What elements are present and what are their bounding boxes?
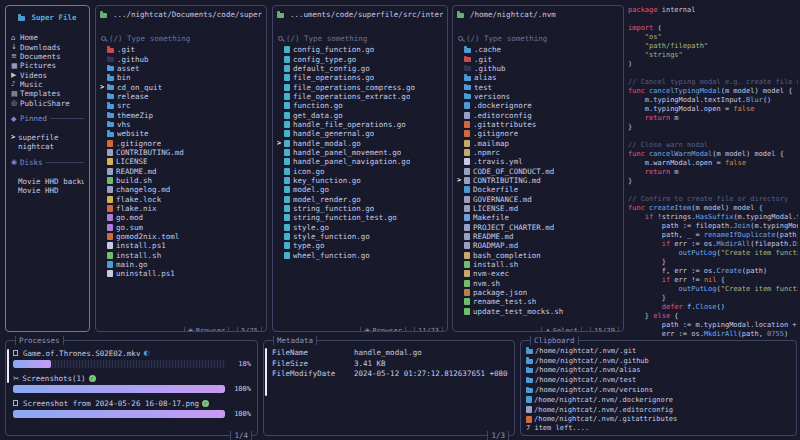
file-row[interactable]: CODE_OF_CONDUCT.md xyxy=(457,166,619,175)
file-row[interactable]: .gitignore xyxy=(457,129,619,138)
process-item[interactable]: Game.of.Thrones.S02E02.mkv◐18% xyxy=(13,348,251,368)
sidebar-item-pictures[interactable]: ▦Pictures xyxy=(11,61,84,70)
sidebar-entry[interactable]: nightcat xyxy=(11,142,84,151)
file-row[interactable]: model.go xyxy=(277,185,443,194)
sidebar-item-home[interactable]: ⌂Home xyxy=(11,33,84,42)
file-row[interactable]: install.sh xyxy=(457,260,619,269)
file-row[interactable]: Dockerfile xyxy=(457,185,619,194)
sidebar-item-downloads[interactable]: ↓Downloads xyxy=(11,42,84,51)
file-row[interactable]: website xyxy=(100,129,262,138)
file-row[interactable]: .gitignore xyxy=(100,138,262,147)
file-row[interactable]: themeZip xyxy=(100,110,262,119)
file-row[interactable]: .editorconfig xyxy=(457,110,619,119)
file-row[interactable]: PROJECT_CHARTER.md xyxy=(457,223,619,232)
file-row[interactable]: handle_genernal.go xyxy=(277,129,443,138)
clipboard-item[interactable]: /home/nightcat/.nvm/versions xyxy=(526,385,792,395)
file-row[interactable]: gomod2nix.toml xyxy=(100,232,262,241)
sidebar-item-music[interactable]: ♪Music xyxy=(11,80,84,89)
file-row[interactable]: bin xyxy=(100,73,262,82)
file-row[interactable]: string_function.go xyxy=(277,204,443,213)
file-row[interactable]: nvm-exec xyxy=(457,269,619,278)
clipboard-item[interactable]: /home/nightcat/.nvm/.git xyxy=(526,346,792,356)
file-row[interactable]: src xyxy=(100,101,262,110)
file-row[interactable]: flake.nix xyxy=(100,204,262,213)
clipboard-item[interactable]: /home/nightcat/.nvm/.editorconfig xyxy=(526,405,792,415)
process-item[interactable]: ✂Screenshots(1)✓100% xyxy=(13,373,251,393)
file-row[interactable]: nvm.sh xyxy=(457,279,619,288)
file-row[interactable]: .travis.yml xyxy=(457,157,619,166)
clipboard-item[interactable]: /home/nightcat/.nvm/.dockerignore xyxy=(526,395,792,405)
file-row[interactable]: key_function.go xyxy=(277,176,443,185)
file-row[interactable]: LICENSE.md xyxy=(457,204,619,213)
file-row[interactable]: .github xyxy=(457,64,619,73)
file-row[interactable]: .github xyxy=(100,54,262,63)
sidebar-entry[interactable]: >superfile xyxy=(11,133,84,142)
search-input[interactable]: (/) Type something xyxy=(457,33,619,43)
clipboard-item[interactable]: /home/nightcat/.nvm/alias xyxy=(526,366,792,376)
file-row[interactable]: update_test_mocks.sh xyxy=(457,307,619,316)
sidebar-entry[interactable]: Movie HHD backu... xyxy=(11,176,84,185)
file-row[interactable]: .cache xyxy=(457,45,619,54)
file-row[interactable]: >handle_modal.go xyxy=(277,138,443,147)
sidebar-item-videos[interactable]: ▶Videos xyxy=(11,70,84,79)
file-row[interactable]: build.sh xyxy=(100,176,262,185)
file-row[interactable]: .mailmap xyxy=(457,138,619,147)
file-row[interactable]: .gitattributes xyxy=(457,120,619,129)
file-row[interactable]: uninstall.ps1 xyxy=(100,269,262,278)
sidebar-item-publicshare[interactable]: ◎PublicShare xyxy=(11,98,84,107)
file-row[interactable]: rename_test.sh xyxy=(457,297,619,306)
process-item[interactable]: Screenshot from 2024-05-26 16-08-17.png✓… xyxy=(13,398,251,418)
file-row[interactable]: wheel_function.go xyxy=(277,251,443,260)
clipboard-item[interactable]: /home/nightcat/.nvm/.gitattributes xyxy=(526,415,792,425)
sidebar-entry[interactable]: Movie HHD xyxy=(11,186,84,195)
clipboard-item[interactable]: /home/nightcat/.nvm/.github xyxy=(526,356,792,366)
file-row[interactable]: .git xyxy=(100,45,262,54)
file-row[interactable]: string_function_test.go xyxy=(277,213,443,222)
file-row[interactable]: file_operations_compress.go xyxy=(277,82,443,91)
file-row[interactable]: file_operations.go xyxy=(277,73,443,82)
file-row[interactable]: Makefile xyxy=(457,213,619,222)
file-row[interactable]: icon.go xyxy=(277,166,443,175)
file-row[interactable]: changelog.md xyxy=(100,185,262,194)
file-row[interactable]: GOVERNANCE.md xyxy=(457,195,619,204)
file-row[interactable]: flake.lock xyxy=(100,195,262,204)
file-row[interactable]: handle_panel_navigation.go xyxy=(277,157,443,166)
file-row[interactable]: .git xyxy=(457,54,619,63)
search-input[interactable]: (/) Type something xyxy=(277,33,443,43)
file-row[interactable]: ROADMAP.md xyxy=(457,241,619,250)
file-row[interactable]: style_function.go xyxy=(277,232,443,241)
file-row[interactable]: README.md xyxy=(457,232,619,241)
file-row[interactable]: install.sh xyxy=(100,251,262,260)
file-row[interactable]: asset xyxy=(100,64,262,73)
file-row[interactable]: type.go xyxy=(277,241,443,250)
file-row[interactable]: CONTRIBUTING.md xyxy=(100,148,262,157)
file-row[interactable]: vhs xyxy=(100,120,262,129)
file-row[interactable]: alias xyxy=(457,73,619,82)
file-row[interactable]: config_type.go xyxy=(277,54,443,63)
file-row[interactable]: config_function.go xyxy=(277,45,443,54)
file-row[interactable]: default_config.go xyxy=(277,64,443,73)
search-input[interactable]: (/) Type something xyxy=(100,33,262,43)
file-row[interactable]: install.ps1 xyxy=(100,241,262,250)
file-row[interactable]: package.json xyxy=(457,288,619,297)
file-row[interactable]: >CONTRIBUTING.md xyxy=(457,176,619,185)
processes-scrollbar[interactable] xyxy=(7,349,9,383)
file-row[interactable]: .npmrc xyxy=(457,148,619,157)
file-row[interactable]: test xyxy=(457,82,619,91)
file-row[interactable]: README.md xyxy=(100,166,262,175)
file-row[interactable]: >cd_on_quit xyxy=(100,82,262,91)
file-row[interactable]: .dockerignore xyxy=(457,101,619,110)
file-row[interactable]: get_data.go xyxy=(277,110,443,119)
file-row[interactable]: handle_panel_movement.go xyxy=(277,148,443,157)
file-row[interactable]: main.go xyxy=(100,260,262,269)
file-row[interactable]: release xyxy=(100,92,262,101)
clipboard-item[interactable]: /home/nightcat/.nvm/test xyxy=(526,375,792,385)
sidebar-item-documents[interactable]: ≡Documents xyxy=(11,52,84,61)
file-row[interactable]: model_render.go xyxy=(277,195,443,204)
file-row[interactable]: function.go xyxy=(277,101,443,110)
file-row[interactable]: bash_completion xyxy=(457,251,619,260)
file-row[interactable]: style.go xyxy=(277,223,443,232)
sidebar-item-templates[interactable]: ▤Templates xyxy=(11,89,84,98)
file-row[interactable]: go.sum xyxy=(100,223,262,232)
file-row[interactable]: file_operations_extract.go xyxy=(277,92,443,101)
